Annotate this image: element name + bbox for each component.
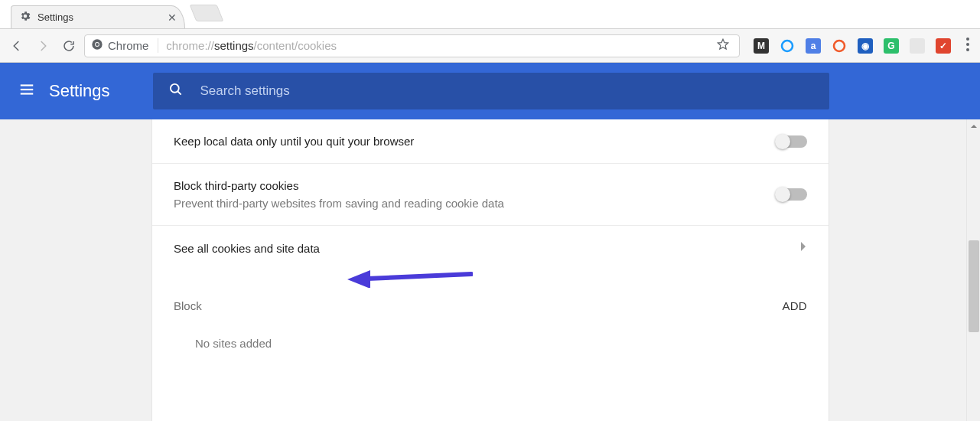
forward-button[interactable] bbox=[32, 35, 54, 57]
settings-workspace: Keep local data only until you quit your… bbox=[0, 119, 980, 421]
tab-strip: Settings ✕ bbox=[0, 0, 980, 29]
settings-header: Settings Search settings bbox=[0, 63, 980, 119]
keep-local-title: Keep local data only until you quit your… bbox=[174, 135, 777, 148]
tab-close-icon[interactable]: ✕ bbox=[168, 11, 177, 24]
extensions-row: Ma◉G✓ bbox=[744, 38, 957, 54]
block-empty-text: No sites added bbox=[152, 320, 829, 367]
scroll-up-icon[interactable] bbox=[967, 119, 980, 133]
chrome-icon bbox=[91, 38, 103, 53]
search-placeholder: Search settings bbox=[200, 83, 290, 99]
vertical-scrollbar[interactable] bbox=[966, 119, 980, 421]
tab-title: Settings bbox=[37, 11, 73, 23]
hamburger-icon[interactable] bbox=[18, 81, 35, 101]
ext-camera-icon[interactable]: ◉ bbox=[858, 38, 873, 54]
ext-page-icon[interactable] bbox=[910, 38, 925, 54]
block-section-label: Block bbox=[174, 299, 782, 312]
address-bar[interactable]: Chrome chrome://settings/content/cookies bbox=[84, 34, 740, 57]
chevron-right-icon bbox=[799, 241, 807, 255]
svg-point-6 bbox=[96, 43, 99, 46]
reload-button[interactable] bbox=[58, 35, 80, 57]
scroll-thumb[interactable] bbox=[969, 240, 979, 332]
block-section-header: Block ADD bbox=[152, 278, 829, 320]
block-third-party-title: Block third-party cookies bbox=[174, 179, 777, 192]
block-third-party-subtitle: Prevent third-party websites from saving… bbox=[174, 197, 777, 210]
chrome-chip: Chrome bbox=[91, 38, 158, 53]
search-settings-input[interactable]: Search settings bbox=[153, 73, 829, 109]
see-all-title: See all cookies and site data bbox=[174, 242, 799, 255]
block-add-button[interactable]: ADD bbox=[782, 299, 807, 312]
chrome-label: Chrome bbox=[108, 39, 148, 52]
browser-toolbar: Chrome chrome://settings/content/cookies… bbox=[0, 29, 980, 63]
svg-point-11 bbox=[966, 48, 969, 51]
row-keep-local-data: Keep local data only until you quit your… bbox=[152, 119, 829, 164]
svg-point-9 bbox=[966, 38, 969, 41]
svg-point-10 bbox=[966, 43, 969, 46]
svg-point-15 bbox=[170, 83, 178, 92]
url-strong: settings bbox=[214, 39, 254, 52]
ext-red-icon[interactable]: ✓ bbox=[936, 38, 951, 54]
row-block-third-party: Block third-party cookies Prevent third-… bbox=[152, 164, 829, 226]
new-tab-button[interactable] bbox=[190, 5, 224, 21]
tab-settings[interactable]: Settings ✕ bbox=[11, 5, 185, 28]
chrome-menu-icon[interactable] bbox=[962, 38, 974, 54]
svg-point-8 bbox=[834, 41, 845, 51]
bookmark-star-icon[interactable] bbox=[716, 38, 730, 54]
keep-local-toggle[interactable] bbox=[777, 135, 807, 148]
row-see-all-cookies[interactable]: See all cookies and site data bbox=[152, 226, 829, 278]
url-prefix: chrome:// bbox=[166, 39, 214, 52]
ext-m-icon[interactable]: M bbox=[754, 38, 769, 54]
page-title: Settings bbox=[49, 81, 110, 101]
search-icon bbox=[168, 82, 184, 101]
ext-circle-blue-icon[interactable] bbox=[780, 38, 795, 54]
url-suffix: /content/cookies bbox=[254, 39, 337, 52]
svg-line-16 bbox=[177, 91, 181, 94]
block-third-party-toggle[interactable] bbox=[777, 188, 807, 201]
ext-swirl-icon[interactable] bbox=[832, 38, 847, 54]
svg-point-7 bbox=[782, 41, 793, 51]
ext-a-icon[interactable]: a bbox=[806, 38, 821, 54]
ext-g-icon[interactable]: G bbox=[884, 38, 899, 54]
gear-icon bbox=[19, 10, 31, 24]
back-button[interactable] bbox=[6, 35, 28, 57]
settings-panel: Keep local data only until you quit your… bbox=[151, 119, 829, 421]
